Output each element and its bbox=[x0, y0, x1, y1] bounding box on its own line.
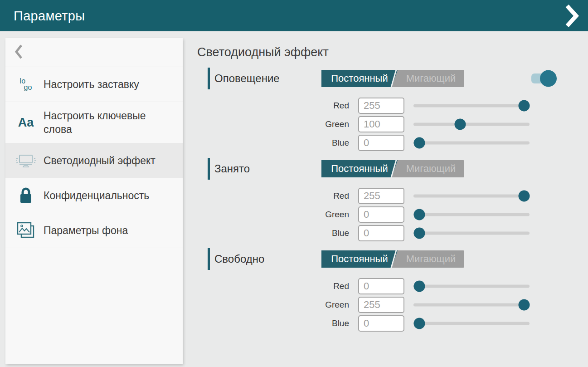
mode-segmented-control: Мигающий Постоянный bbox=[321, 250, 464, 268]
blue-slider[interactable] bbox=[413, 225, 530, 241]
blue-slider[interactable] bbox=[413, 315, 530, 332]
background-images-icon bbox=[15, 220, 36, 241]
red-row: Red bbox=[322, 188, 588, 204]
sidebar-item-label: Настроить ключевые слова bbox=[44, 109, 176, 136]
red-value-input[interactable] bbox=[358, 98, 404, 114]
mode-constant-button[interactable]: Постоянный bbox=[321, 70, 398, 87]
toggle-knob bbox=[540, 70, 557, 87]
sidebar-item-screensaver[interactable]: lo go Настроить заставку bbox=[5, 67, 183, 102]
slider-thumb[interactable] bbox=[413, 318, 425, 329]
sidebar-item-label: Настроить заставку bbox=[44, 78, 139, 91]
blue-value-input[interactable] bbox=[358, 315, 404, 332]
green-slider[interactable] bbox=[413, 116, 530, 132]
slider-track bbox=[413, 195, 530, 198]
slider-thumb[interactable] bbox=[413, 209, 425, 220]
blue-slider[interactable] bbox=[413, 135, 530, 151]
slider-thumb[interactable] bbox=[518, 299, 530, 311]
blue-label: Blue bbox=[322, 228, 358, 238]
section-free: Свободно Мигающий Постоянный Red Green bbox=[197, 248, 588, 332]
top-app-bar: Параметры bbox=[0, 0, 588, 31]
app-title: Параметры bbox=[14, 8, 85, 23]
sidebar-item-keywords[interactable]: Aa Настроить ключевые слова bbox=[5, 102, 183, 143]
green-row: Green bbox=[322, 206, 588, 223]
lock-icon bbox=[15, 185, 36, 206]
slider-track bbox=[413, 285, 530, 288]
keywords-icon: Aa bbox=[15, 112, 36, 133]
sidebar-item-privacy[interactable]: Конфиденциальность bbox=[5, 178, 183, 213]
green-row: Green bbox=[322, 297, 588, 313]
forward-chevron-icon[interactable] bbox=[565, 5, 579, 27]
slider-track bbox=[413, 123, 530, 126]
led-screen-icon bbox=[15, 150, 36, 171]
slider-track bbox=[413, 104, 530, 108]
slider-thumb[interactable] bbox=[413, 281, 425, 292]
green-value-input[interactable] bbox=[358, 116, 404, 132]
red-value-input[interactable] bbox=[358, 278, 404, 294]
notification-toggle-switch[interactable] bbox=[531, 73, 554, 83]
red-value-input[interactable] bbox=[358, 188, 404, 204]
back-chevron-icon bbox=[15, 44, 23, 61]
mode-blinking-button[interactable]: Мигающий bbox=[398, 70, 464, 87]
green-value-input[interactable] bbox=[358, 206, 404, 223]
red-row: Red bbox=[322, 98, 588, 114]
section-title: Свободно bbox=[214, 253, 264, 265]
sidebar-item-label: Параметры фона bbox=[44, 224, 128, 237]
red-label: Red bbox=[322, 191, 358, 201]
page-title: Светодиодный эффект bbox=[197, 45, 588, 61]
green-row: Green bbox=[322, 116, 588, 132]
red-slider[interactable] bbox=[413, 188, 530, 204]
blue-row: Blue bbox=[322, 315, 588, 332]
section-title: Занято bbox=[214, 162, 250, 175]
slider-track bbox=[413, 322, 530, 325]
green-value-input[interactable] bbox=[358, 297, 404, 313]
slider-track bbox=[413, 142, 530, 145]
section-accent-bar bbox=[208, 68, 210, 89]
blue-value-input[interactable] bbox=[358, 135, 404, 151]
slider-thumb[interactable] bbox=[413, 137, 425, 149]
green-slider[interactable] bbox=[413, 297, 530, 313]
mode-segmented-control: Мигающий Постоянный bbox=[321, 70, 464, 87]
sidebar-item-label: Конфиденциальность bbox=[44, 189, 149, 202]
red-row: Red bbox=[322, 278, 588, 294]
green-label: Green bbox=[322, 300, 358, 310]
mode-constant-button[interactable]: Постоянный bbox=[321, 160, 398, 177]
slider-track bbox=[413, 232, 530, 235]
mode-constant-button[interactable]: Постоянный bbox=[321, 250, 398, 268]
blue-value-input[interactable] bbox=[358, 225, 404, 241]
slider-thumb[interactable] bbox=[518, 100, 530, 112]
sidebar-back-button[interactable] bbox=[5, 38, 183, 67]
red-label: Red bbox=[322, 281, 358, 291]
blue-label: Blue bbox=[322, 318, 358, 328]
settings-sidebar: lo go Настроить заставку Aa Настроить кл… bbox=[5, 38, 183, 364]
green-slider[interactable] bbox=[413, 206, 530, 223]
red-label: Red bbox=[322, 101, 358, 111]
red-slider[interactable] bbox=[413, 98, 530, 114]
sidebar-item-led-effect[interactable]: Светодиодный эффект bbox=[5, 143, 183, 178]
section-accent-bar bbox=[208, 158, 210, 180]
led-effect-panel: Светодиодный эффект Оповещение Мигающий … bbox=[197, 38, 588, 334]
section-notification: Оповещение Мигающий Постоянный Red Green bbox=[197, 68, 588, 151]
mode-blinking-button[interactable]: Мигающий bbox=[398, 160, 464, 177]
slider-thumb[interactable] bbox=[413, 228, 425, 239]
sidebar-item-background[interactable]: Параметры фона bbox=[5, 213, 183, 248]
red-slider[interactable] bbox=[413, 278, 530, 294]
sidebar-item-label: Светодиодный эффект bbox=[44, 154, 156, 167]
green-label: Green bbox=[322, 119, 358, 129]
mode-segmented-control: Мигающий Постоянный bbox=[321, 160, 464, 177]
section-title: Оповещение bbox=[214, 72, 280, 85]
green-label: Green bbox=[322, 210, 358, 220]
slider-track bbox=[413, 213, 530, 216]
slider-track bbox=[413, 303, 530, 307]
blue-row: Blue bbox=[322, 135, 588, 151]
slider-thumb[interactable] bbox=[455, 119, 466, 130]
logo-icon: lo go bbox=[15, 74, 36, 95]
blue-label: Blue bbox=[322, 138, 358, 148]
slider-thumb[interactable] bbox=[518, 191, 530, 202]
mode-blinking-button[interactable]: Мигающий bbox=[398, 250, 464, 268]
blue-row: Blue bbox=[322, 225, 588, 241]
section-accent-bar bbox=[208, 248, 210, 270]
section-busy: Занято Мигающий Постоянный Red Green bbox=[197, 158, 588, 241]
